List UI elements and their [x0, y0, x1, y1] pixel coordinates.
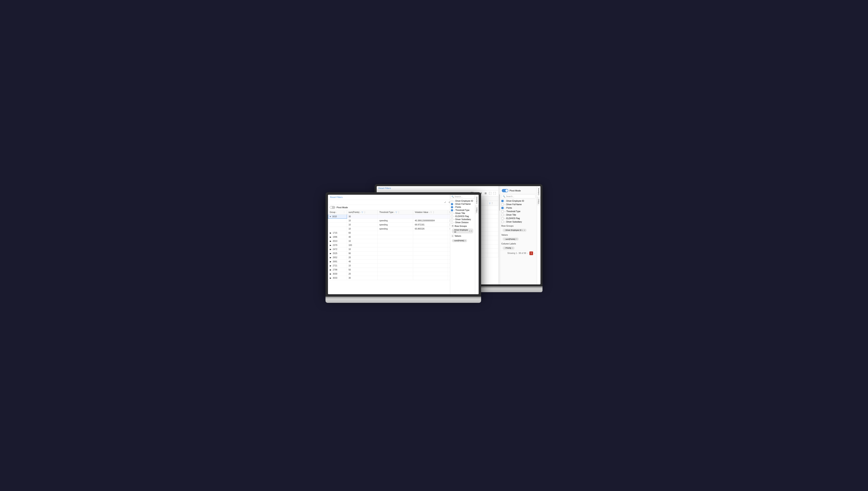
group-expand-btn[interactable]: ▶ [330, 244, 331, 246]
row-groups-section-label: Row Groups [500, 224, 537, 228]
eld-hos-checkbox[interactable] [501, 217, 504, 220]
back-side-tabs: Columns Filters [537, 186, 540, 284]
front-columns-tab[interactable]: Columns [475, 195, 479, 206]
group-expand-btn[interactable]: ▶ [330, 277, 331, 279]
panel-driver-subsidiary-label: Driver Subsidiary [455, 218, 471, 221]
driver-employee-id-label: Driver Employee ID [506, 200, 524, 202]
next-page-btn[interactable]: › [534, 252, 535, 255]
back-pivot-label: Pivot Mode [510, 190, 521, 192]
front-violation-header: Violation Value ↕ ▽ ⋮ [413, 210, 448, 214]
panel-eld-hos-cb[interactable] [451, 215, 453, 218]
panel-driver-title-cb[interactable] [451, 212, 453, 214]
group-expand-btn[interactable]: ▶ [330, 252, 331, 255]
back-pivot-toggle[interactable] [502, 189, 508, 192]
chip-remove-btn2[interactable]: ✕ [516, 238, 517, 240]
front-row-groups-header: ☰ Row Groups [450, 224, 475, 228]
panel-driver-division-cb[interactable] [451, 222, 453, 224]
panel-item-eld-hos[interactable]: ≡ ELD/HOS Flag [450, 215, 475, 218]
back-filters-tab[interactable]: Filters [537, 197, 540, 206]
group-collapse-btn[interactable]: ▾ [330, 215, 331, 218]
chip-remove-btn[interactable]: ✕ [524, 229, 525, 231]
front-hinge [326, 297, 481, 298]
expand-icon[interactable]: ⛶ [488, 192, 492, 195]
panel-item-threshold-type[interactable]: ≡ Threshold Type [450, 209, 475, 212]
panel-item-driver-subsidiary[interactable]: ≡ Driver Subsidiary [450, 218, 475, 221]
group-expand-btn[interactable]: ▶ [330, 256, 331, 259]
panel-driver-division-label: Driver Division [455, 221, 469, 224]
front-side-tabs: Columns Filters [475, 195, 479, 294]
page-1-btn[interactable]: 1 [530, 252, 533, 255]
panel-item-driver-division[interactable]: ≡ Driver Division [450, 221, 475, 224]
sidebar-item-driver-employee-id[interactable]: ≡ Driver Employee ID [500, 199, 537, 203]
values-section-label: Values [500, 233, 537, 236]
scrollbar[interactable] [499, 194, 500, 211]
reset-filters-label: Reset Filters [378, 187, 391, 190]
panel-driver-subsidiary-cb[interactable] [451, 219, 453, 221]
points-checkbox[interactable] [501, 207, 504, 209]
group-expand-btn[interactable]: ▶ [330, 248, 331, 251]
panel-item-driver-employee-id[interactable]: ≡ Driver Employee ID [450, 199, 475, 202]
sidebar-item-driver-subsidiary[interactable]: ≡ Driver Subsidiary [500, 220, 537, 224]
front-values-chip: ≡ sum(Points) ✕ [452, 239, 467, 242]
panel-eld-hos-label: ELD/HOS Flag [455, 215, 469, 218]
front-chip-remove-btn[interactable]: ✕ [471, 230, 472, 232]
front-filters-tab[interactable]: Filters [475, 206, 479, 214]
sidebar-item-eld-hos[interactable]: ≡ ELD/HOS Flag [500, 216, 537, 220]
panel-threshold-cb[interactable] [451, 209, 453, 211]
front-screen-inner: Reset Filters ✓ ↺ 💾 ⬆ ⬇ ⊞ ⛶ [328, 195, 479, 294]
sidebar-item-driver-title[interactable]: ≡ Driver Title [500, 213, 537, 216]
panel-points-cb[interactable] [451, 206, 453, 208]
row-groups-chip: ≡ Driver Employee ID ↕ ✕ [503, 229, 527, 232]
driver-employee-id-checkbox[interactable] [501, 200, 504, 202]
back-reset-filters[interactable]: Reset Filters [377, 186, 498, 191]
grid-icon[interactable]: ⊞ [484, 192, 487, 195]
group-expand-btn[interactable]: ▶ [330, 236, 331, 238]
sidebar-item-threshold-type[interactable]: ≡ Threshold Type [500, 210, 537, 213]
back-pivot-toggle-row: Pivot Mode [500, 188, 537, 194]
back-high-filter-header[interactable]: ▽ ⋮ [487, 201, 498, 206]
front-reset-label: Reset Filters [330, 196, 343, 198]
driver-full-name-label: Driver Full Name [506, 203, 521, 206]
group-expand-btn[interactable]: ▶ [330, 232, 331, 234]
points-label: Points [506, 207, 512, 209]
sort-icon: ↕ [522, 229, 523, 231]
front-row-groups-chip: ≡ Driver Employee ID ↕ ✕ [452, 229, 473, 233]
sidebar-item-points[interactable]: ≡ Points [500, 206, 537, 210]
threshold-type-checkbox[interactable] [501, 210, 504, 212]
panel-search-placeholder: Search... [454, 196, 463, 198]
group-expand-btn[interactable]: ▶ [330, 273, 331, 275]
panel-driver-employee-id-cb[interactable] [451, 200, 453, 202]
group-expand-btn[interactable]: ▶ [330, 269, 331, 271]
panel-item-driver-title[interactable]: ≡ Driver Title [450, 212, 475, 215]
panel-drag-icon: ≡ [454, 200, 455, 202]
drag-handle-icon: ≡ [504, 204, 505, 206]
fullscreen-icon[interactable]: ⛶ [493, 192, 496, 195]
group-expand-btn[interactable]: ▶ [330, 260, 331, 263]
back-sidebar: Pivot Mode 🔍 Search... ≡ Driver Employee… [500, 186, 537, 284]
laptop-front: Reset Filters ✓ ↺ 💾 ⬆ ⬇ ⊞ ⛶ [326, 192, 481, 307]
panel-driver-full-name-cb[interactable] [451, 203, 453, 205]
front-panel-search[interactable]: 🔍 Search... [450, 195, 475, 199]
panel-search-icon: 🔍 [451, 196, 454, 198]
prev-page-btn[interactable]: ‹ [527, 252, 528, 255]
threshold-type-label: Threshold Type [506, 210, 520, 212]
back-sidebar-search[interactable]: 🔍 Search... [501, 195, 536, 198]
column-labels-section-label: Column Labels [500, 241, 537, 245]
driver-full-name-checkbox[interactable] [501, 203, 504, 206]
driver-title-checkbox[interactable] [501, 214, 504, 216]
front-check-icon[interactable]: ✓ [444, 201, 447, 204]
group-expand-btn[interactable]: ▶ [330, 264, 331, 267]
drag-handle-icon: ≡ [504, 221, 505, 223]
panel-threshold-label: Threshold Type [455, 209, 470, 211]
eld-hos-label: ELD/HOS Flag [506, 217, 520, 220]
driver-subsidiary-checkbox[interactable] [501, 221, 504, 223]
sidebar-item-driver-full-name[interactable]: ≡ Driver Full Name [500, 203, 537, 206]
back-columns-tab[interactable]: Columns [537, 186, 540, 197]
drag-handle-icon: ≡ [504, 214, 505, 216]
chip-remove-btn3[interactable]: ✕ [512, 247, 513, 249]
panel-item-driver-full-name[interactable]: ≡ Driver Full Name [450, 202, 475, 206]
panel-item-points[interactable]: ≡ Points [450, 206, 475, 209]
group-expand-btn[interactable]: ▶ [330, 240, 331, 242]
front-values-chip-remove[interactable]: ✕ [465, 239, 466, 242]
front-pivot-toggle[interactable] [330, 206, 335, 209]
